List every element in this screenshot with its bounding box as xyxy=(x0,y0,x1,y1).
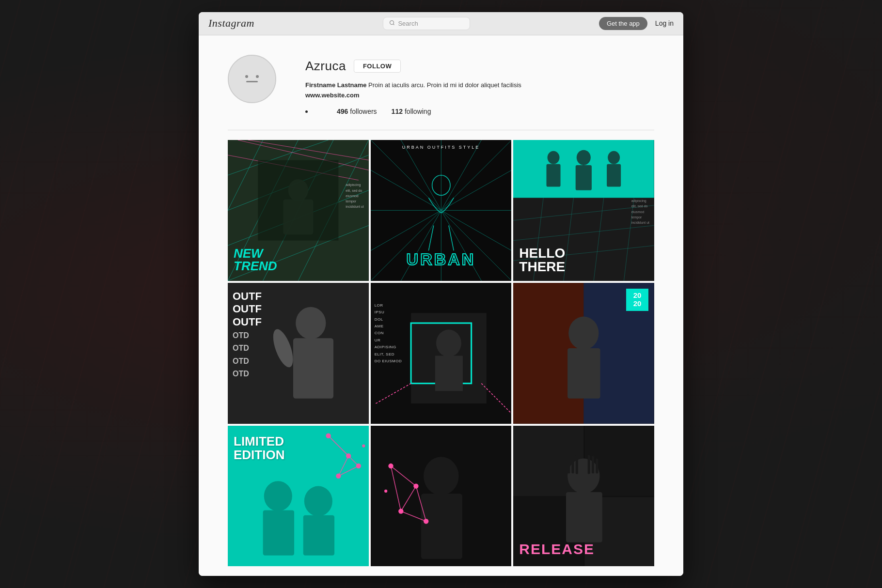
grid-section: NEWTREND adipiscingelit, sed doeiusmodte… xyxy=(199,130,683,576)
svg-rect-103 xyxy=(567,458,570,473)
profile-website[interactable]: www.website.com xyxy=(305,92,654,99)
svg-point-71 xyxy=(304,486,332,516)
post-9-text: RELEASE xyxy=(519,541,595,557)
svg-point-0 xyxy=(390,20,394,24)
svg-rect-38 xyxy=(547,164,561,187)
svg-point-95 xyxy=(384,489,387,492)
post-6-badge: 2020 xyxy=(626,289,648,311)
post-3-small-text: adipiscingelit, sed doeiusmodtemporincid… xyxy=(631,198,649,225)
post-1-small-text: adipiscingelit, sed doeiusmodtemporincid… xyxy=(346,182,363,209)
posts-dot xyxy=(305,110,308,113)
svg-rect-107 xyxy=(592,456,594,473)
browser-window: Instagram Search Get the app Log in xyxy=(199,12,683,576)
post-7[interactable]: LIMITEDEDITION xyxy=(228,426,369,567)
post-5[interactable]: LORIPSUDOLAMECONURADIPISINGELIT, SEDDO E… xyxy=(371,283,512,424)
svg-rect-40 xyxy=(576,165,592,190)
svg-rect-70 xyxy=(263,510,294,555)
follow-button[interactable]: FOLLOW xyxy=(354,60,401,73)
post-2[interactable]: URBAN OUTFITS STYLE URBAN xyxy=(371,140,512,281)
post-4[interactable]: OUTFOUTFOUTFOTDOTDOTDOTD xyxy=(228,283,369,424)
profile-info: Azruca FOLLOW Firstname Lastname Proin a… xyxy=(305,55,654,116)
svg-rect-108 xyxy=(596,458,598,473)
svg-rect-105 xyxy=(576,455,578,474)
followers-stat[interactable]: 496 followers xyxy=(337,108,377,115)
grid-divider xyxy=(228,130,654,130)
svg-point-39 xyxy=(577,150,591,165)
avatar-eyes xyxy=(245,75,259,78)
avatar-eye-left xyxy=(245,75,248,78)
post-2-title: URBAN OUTFITS STYLE xyxy=(371,145,512,150)
post-3-text: HELLOTHERE xyxy=(519,247,565,274)
svg-point-93 xyxy=(398,509,403,513)
svg-point-81 xyxy=(362,444,365,447)
post-5-text: LORIPSUDOLAMECONURADIPISINGELIT, SEDDO E… xyxy=(375,302,402,365)
svg-point-77 xyxy=(326,433,331,438)
post-3[interactable]: adipiscingelit, sed doeiusmodtemporincid… xyxy=(513,140,654,281)
post-1-text: NEWTREND xyxy=(234,247,277,272)
followers-label: followers xyxy=(350,108,377,115)
post-7-text: LIMITEDEDITION xyxy=(234,434,284,462)
nav-bar: Instagram Search Get the app Log in xyxy=(199,12,683,35)
post-6[interactable]: 2020 xyxy=(513,283,654,424)
svg-rect-67 xyxy=(567,348,600,399)
nav-center: Search xyxy=(383,17,470,30)
svg-point-84 xyxy=(424,457,459,495)
svg-point-69 xyxy=(264,481,292,511)
search-box[interactable]: Search xyxy=(383,17,470,30)
get-app-button[interactable]: Get the app xyxy=(599,17,647,30)
post-grid: NEWTREND adipiscingelit, sed doeiusmodte… xyxy=(228,140,654,566)
svg-rect-53 xyxy=(293,338,333,399)
avatar-container xyxy=(228,55,276,103)
svg-rect-102 xyxy=(566,492,602,542)
bio-name: Firstname Lastname xyxy=(305,81,366,89)
post-9[interactable]: RELEASE xyxy=(513,426,654,567)
profile-stats: 496 followers 112 following xyxy=(305,108,654,115)
avatar-mouth xyxy=(246,81,258,82)
svg-rect-106 xyxy=(588,455,590,474)
post-1[interactable]: NEWTREND adipiscingelit, sed doeiusmodte… xyxy=(228,140,369,281)
svg-point-58 xyxy=(436,329,461,356)
svg-rect-16 xyxy=(283,200,313,235)
bio-text: Proin at iaculis arcu. Proin id mi id do… xyxy=(366,81,521,89)
post-8[interactable] xyxy=(371,426,512,567)
svg-point-52 xyxy=(296,307,326,339)
svg-point-15 xyxy=(288,179,309,201)
avatar xyxy=(228,55,276,103)
search-icon xyxy=(389,20,395,27)
login-link[interactable]: Log in xyxy=(655,19,674,27)
search-placeholder: Search xyxy=(398,20,418,27)
following-label: following xyxy=(405,108,431,115)
svg-rect-72 xyxy=(303,515,334,555)
profile-name-row: Azruca FOLLOW xyxy=(305,59,654,74)
svg-line-1 xyxy=(394,24,394,25)
nav-right: Get the app Log in xyxy=(599,17,674,30)
svg-rect-59 xyxy=(435,356,463,391)
svg-point-66 xyxy=(569,316,599,350)
svg-point-37 xyxy=(548,151,560,164)
profile-bio: Firstname Lastname Proin at iaculis arcu… xyxy=(305,80,654,90)
profile-section: Azruca FOLLOW Firstname Lastname Proin a… xyxy=(199,35,683,130)
svg-point-91 xyxy=(388,463,393,468)
svg-point-94 xyxy=(424,519,428,524)
instagram-logo: Instagram xyxy=(208,17,254,30)
posts-stat xyxy=(305,110,322,113)
svg-point-41 xyxy=(608,151,620,164)
avatar-eye-right xyxy=(256,75,259,78)
following-stat[interactable]: 112 following xyxy=(392,108,431,115)
svg-point-92 xyxy=(413,483,418,488)
following-count: 112 xyxy=(392,108,403,115)
svg-rect-104 xyxy=(572,456,574,473)
svg-rect-85 xyxy=(421,494,462,559)
svg-point-78 xyxy=(346,453,351,458)
svg-rect-42 xyxy=(607,164,621,187)
svg-point-79 xyxy=(336,473,341,478)
svg-point-80 xyxy=(356,463,361,468)
post-2-urban-text: URBAN xyxy=(371,250,512,269)
post-4-text: OUTFOUTFOUTFOTDOTDOTDOTD xyxy=(233,290,262,380)
profile-username: Azruca xyxy=(305,59,346,74)
followers-count: 496 xyxy=(337,108,348,115)
